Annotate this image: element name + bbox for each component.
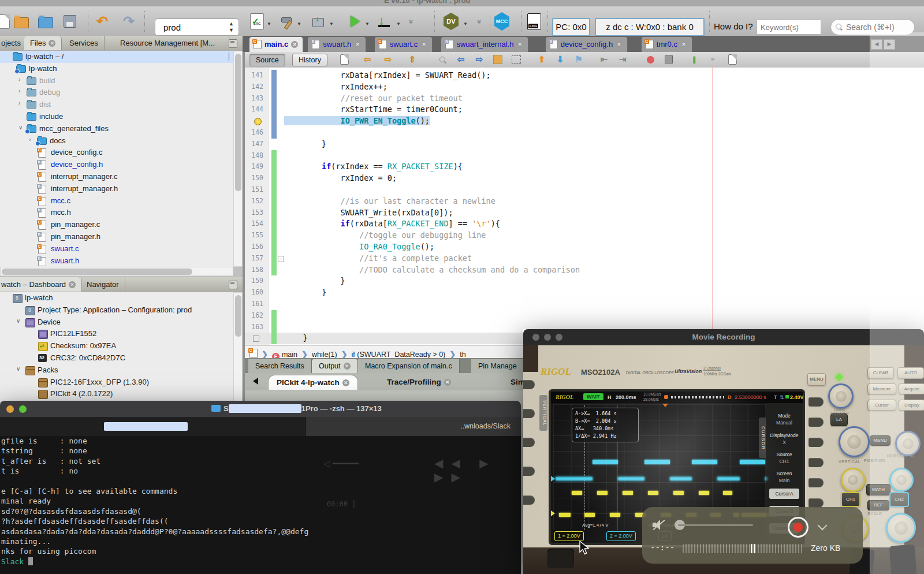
code-line[interactable]: 150 rxIndex = 0; — [245, 173, 924, 184]
stop-macro-icon[interactable] — [662, 54, 676, 65]
next-bookmark-icon[interactable]: ⬇ — [553, 54, 567, 65]
dv-dropdown-icon[interactable]: ▼ — [463, 21, 468, 27]
code-line[interactable]: 153 SWUART_Write(rxData[0]); — [245, 207, 924, 219]
program-dropdown-icon[interactable]: ▼ — [329, 21, 334, 27]
shift-left-icon[interactable]: ⇤ — [597, 54, 611, 65]
editor-tab-swuart_internal.h[interactable]: hswuart_internal.h✕ — [441, 37, 528, 52]
fold-collapse-icon[interactable]: – — [278, 256, 284, 262]
toggle-bookmark-icon[interactable]: ⚑ — [572, 54, 586, 65]
tree-item[interactable]: lp-watch – / — [0, 51, 233, 63]
build-dropdown-icon[interactable]: ▼ — [267, 21, 271, 27]
breadcrumb-item[interactable]: main — [282, 351, 297, 359]
breadcrumb-item[interactable]: if (SWUART_DataReady > 0) — [352, 351, 446, 359]
overflow2-icon[interactable]: » — [472, 13, 487, 29]
terminal-tab-slack[interactable]: ..wnloads/Slack — [305, 417, 521, 436]
tree-item[interactable]: ∨mcc_generated_files — [0, 123, 233, 135]
inner-tab-0[interactable]: PICkit 4-lp-watch✕ — [268, 375, 358, 390]
tree-item[interactable]: hmcc.h — [0, 207, 233, 219]
select-rect-icon[interactable] — [509, 54, 523, 65]
open-project-icon[interactable] — [38, 13, 53, 29]
left-tab-1[interactable]: Files✕ — [24, 36, 62, 50]
volume-slider[interactable] — [678, 524, 753, 526]
highlight-icon[interactable] — [491, 54, 505, 65]
output-tab-1[interactable]: Output✕ — [312, 359, 358, 373]
insert-code-icon[interactable] — [725, 54, 739, 65]
code-line[interactable]: 142 rxIndex++; — [245, 81, 924, 93]
hint-bulb-icon[interactable] — [254, 118, 262, 125]
tree-item[interactable]: hswuart.h — [0, 255, 233, 267]
tree-item[interactable]: lp-watch — [0, 63, 233, 75]
zoom-icon[interactable] — [19, 405, 27, 413]
code-line[interactable]: 144 rxStartTime = timer0Count; — [245, 104, 924, 115]
toolbar-overflow-icon[interactable]: » — [404, 13, 419, 29]
undo-icon[interactable]: ↶ — [95, 13, 110, 29]
dashboard-vscrollbar[interactable] — [233, 292, 243, 401]
make-program-dropdown-icon[interactable]: ▼ — [396, 21, 401, 27]
editor-tab-device_config.h[interactable]: hdevice_config.h✕ — [546, 37, 628, 52]
minimize-icon[interactable] — [6, 405, 14, 413]
code-line[interactable]: 148 — [245, 150, 924, 162]
code-lines[interactable]: 141 rxData[rxIndex] = SWUART_Read();142 … — [245, 70, 924, 344]
uncomment-icon[interactable]: ≡ — [706, 54, 720, 65]
dashboard-tab-0[interactable]: watch – Dashboard✕ — [0, 277, 82, 292]
left-tab-3[interactable]: Resource Management [M... — [114, 36, 229, 50]
tree-item[interactable]: ›dist — [0, 99, 233, 111]
tree-item[interactable]: include — [0, 111, 233, 123]
program-device-icon[interactable] — [311, 13, 326, 29]
output-tab-0[interactable]: Search Results — [248, 359, 312, 373]
source-button[interactable]: Source — [249, 54, 285, 66]
dashboard-item[interactable]: CRC32: 0xCD842D7C — [0, 352, 233, 364]
forward-icon[interactable]: ⇨ — [381, 54, 395, 65]
dashboard-tab-1[interactable]: Navigator — [81, 277, 125, 292]
movie-titlebar[interactable]: Movie Recording — [523, 329, 924, 345]
chevron-down-icon[interactable] — [818, 521, 828, 531]
new-project-icon[interactable] — [14, 13, 29, 29]
movie-recording-window[interactable]: Movie Recording RIGOL MSO2102A DIGITAL O… — [523, 329, 924, 574]
tree-item[interactable]: Cswuart.c — [0, 243, 233, 255]
editor-tab-swuart.h[interactable]: hswuart.h✕ — [308, 37, 366, 52]
run-icon[interactable] — [348, 13, 363, 29]
tree-item[interactable]: Cpin_manager.c — [0, 219, 233, 231]
keyword-input[interactable] — [757, 20, 821, 35]
inner-tab-scroll-icon[interactable] — [253, 378, 258, 385]
code-line[interactable]: 141 rxData[rxIndex] = SWUART_Read(); — [245, 70, 924, 81]
find-icon[interactable] — [435, 54, 449, 65]
tree-item[interactable]: Cinterrupt_manager.c — [0, 171, 233, 183]
code-line[interactable]: 154 if(rxData[RX_PACKET_END] == '\r'){ — [245, 218, 924, 230]
back-icon[interactable]: ⇦ — [360, 54, 374, 65]
up-icon[interactable]: ⇧ — [405, 54, 419, 65]
clean-build-dropdown-icon[interactable]: ▼ — [297, 21, 301, 27]
tree-item[interactable]: Cdevice_config.c — [0, 147, 233, 159]
find-prev-icon[interactable]: ⇦ — [454, 54, 468, 65]
terminal-titlebar[interactable]: S1Pro — -zsh — 137×13 — [0, 401, 521, 418]
tree-item[interactable]: ›build — [0, 75, 233, 87]
inner-tab-1[interactable]: Trace/Profiling✕ — [379, 375, 459, 389]
output-tab-2[interactable]: Macro Expansion of main.c — [358, 359, 460, 373]
code-line[interactable]: –157 //it's a complete packet — [245, 253, 924, 264]
redo-icon[interactable]: ↷ — [121, 13, 136, 29]
dashboard-item[interactable]: ∨Packs — [0, 364, 233, 377]
code-line[interactable]: 152 //is our last character a newline — [245, 196, 924, 207]
terminal-tab-active[interactable] — [0, 417, 305, 436]
dashboard-item[interactable]: Checksum: 0x97EA — [0, 340, 233, 352]
code-line[interactable]: 146 — [245, 127, 924, 139]
code-line[interactable]: 149 if(rxIndex == RX_PACKET_SIZE){ — [245, 161, 924, 173]
code-line[interactable]: 158 //TODO calculate a checksum and do a… — [245, 264, 924, 276]
history-button[interactable]: History — [292, 54, 327, 66]
code-line[interactable]: 155 //toggle our debugging line — [245, 230, 924, 241]
terminal-window[interactable]: S1Pro — -zsh — 137×13 ..wnloads/Slack gf… — [0, 401, 521, 574]
editor-tab-tmr0.c[interactable]: Ctmr0.c✕ — [642, 37, 692, 52]
build-icon[interactable]: SRC — [249, 13, 264, 29]
dashboard-item[interactable]: PIC12LF1552 — [0, 328, 233, 340]
dashboard-item[interactable]: PIC12-16F1xxx_DFP (1.3.90) — [0, 377, 233, 389]
tree-item[interactable]: hdevice_config.h — [0, 159, 233, 171]
configuration-select[interactable]: prod ▲▼ — [155, 18, 239, 36]
dashboard-item[interactable]: ∨Device — [0, 316, 233, 329]
editor-tab-main.c[interactable]: Cmain.c✕ — [249, 37, 303, 52]
code-line[interactable]: 162 — [245, 310, 924, 322]
breadcrumb-item[interactable]: while(1) — [312, 351, 337, 359]
terminal-prompt[interactable]: Slack — [0, 557, 521, 566]
tree-item[interactable]: hpin_manager.h — [0, 231, 233, 243]
tree-item[interactable]: ›docs — [0, 135, 233, 147]
start-macro-icon[interactable] — [643, 54, 657, 65]
